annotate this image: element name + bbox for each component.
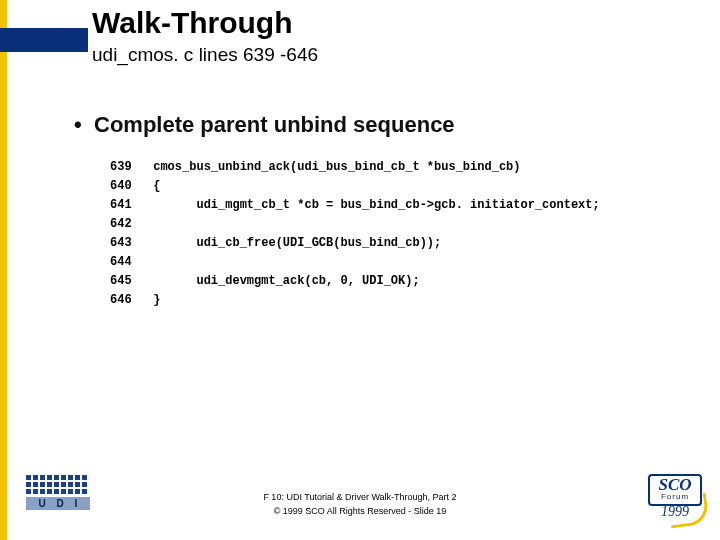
sco-logo-swoosh: [667, 492, 710, 528]
code-line: 643 udi_cb_free(UDI_GCB(bus_bind_cb));: [110, 236, 441, 250]
footer-line-2: © 1999 SCO All Rights Reserved - Slide 1…: [0, 504, 720, 518]
slide-title: Walk-Through: [92, 6, 293, 40]
code-line: 646 }: [110, 293, 160, 307]
slide-subtitle: udi_cmos. c lines 639 -646: [92, 44, 318, 66]
code-line: 644: [110, 255, 153, 269]
sco-logo-text: SCO: [653, 478, 697, 492]
bullet-text: Complete parent unbind sequence: [94, 112, 455, 137]
code-line: 642: [110, 217, 153, 231]
bullet-heading: •Complete parent unbind sequence: [74, 112, 455, 138]
code-line: 645 udi_devmgmt_ack(cb, 0, UDI_OK);: [110, 274, 420, 288]
code-listing: 639 cmos_bus_unbind_ack(udi_bus_bind_cb_…: [110, 158, 600, 310]
code-line: 639 cmos_bus_unbind_ack(udi_bus_bind_cb_…: [110, 160, 520, 174]
code-line: 641 udi_mgmt_cb_t *cb = bus_bind_cb->gcb…: [110, 198, 600, 212]
sco-forum-logo: SCO Forum 1999: [648, 474, 702, 520]
bullet-marker: •: [74, 112, 94, 138]
code-line: 640 {: [110, 179, 160, 193]
accent-bar-blue: [0, 28, 88, 52]
accent-strip-left: [0, 0, 7, 540]
footer-line-1: F 10: UDI Tutorial & Driver Walk-Through…: [0, 490, 720, 504]
slide-footer: F 10: UDI Tutorial & Driver Walk-Through…: [0, 490, 720, 518]
